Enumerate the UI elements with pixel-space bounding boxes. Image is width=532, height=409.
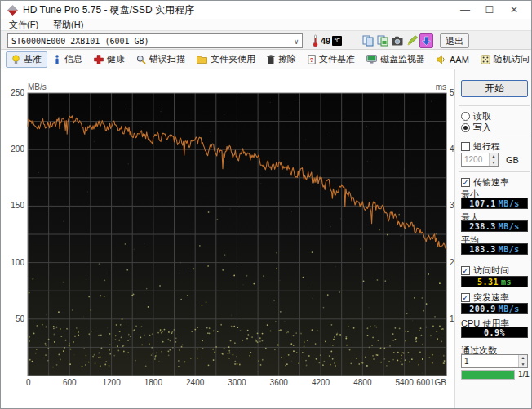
pass-count-stepper[interactable]: 1 ▲▼ xyxy=(461,354,528,368)
benchmark-chart: MB/sms2502001501005050403020100600120018… xyxy=(1,69,454,409)
download-arrow-icon xyxy=(421,36,432,47)
tab-file-benchmark[interactable]: ? 文件基准 xyxy=(302,51,361,68)
health-cross-icon xyxy=(94,55,104,64)
tab-bar: 基准 信息 健康 错误扫描 文件夹使用 擦除 ? 文件基准 磁盘监视器 xyxy=(1,50,531,69)
stepper-up-icon[interactable]: ▲ xyxy=(519,355,527,362)
maximize-button[interactable]: ☐ xyxy=(477,1,502,19)
tab-label: 错误扫描 xyxy=(149,53,185,65)
short-stroke-label: 短行程 xyxy=(473,140,500,153)
read-radio[interactable] xyxy=(461,112,470,121)
file-question-icon: ? xyxy=(308,55,316,64)
stepper-up-icon[interactable]: ▲ xyxy=(490,153,498,160)
info-icon xyxy=(53,55,61,64)
minimize-button[interactable]: — xyxy=(453,1,477,19)
svg-text:6001GB: 6001GB xyxy=(416,378,446,387)
progress-bar xyxy=(461,370,515,380)
divider xyxy=(459,260,530,260)
avg-unit: MB/s xyxy=(499,245,520,254)
pen-icon xyxy=(406,35,418,47)
access-time-value: 5.31 xyxy=(477,278,499,287)
tab-label: 擦除 xyxy=(278,53,296,65)
burst-rate-checkbox[interactable] xyxy=(461,293,470,302)
tab-benchmark[interactable]: 基准 xyxy=(6,51,47,68)
copy-screenshot-button[interactable] xyxy=(361,33,375,48)
pass-count-value: 1 xyxy=(462,355,518,367)
tab-info[interactable]: 信息 xyxy=(47,51,88,68)
min-unit: MB/s xyxy=(499,199,520,208)
progress-label: 1/1 xyxy=(518,370,530,379)
tab-label: 健康 xyxy=(107,53,125,65)
access-time-unit: ms xyxy=(501,278,512,287)
svg-text:MB/s: MB/s xyxy=(28,82,47,91)
burst-rate-label: 突发速率 xyxy=(473,291,509,304)
drive-selector-dropdown[interactable]: ST6000NE000-2XB101 (6001 GB) ∨ xyxy=(7,33,303,48)
tab-label: 信息 xyxy=(64,53,82,65)
burst-rate-unit: MB/s xyxy=(499,305,520,313)
divider xyxy=(459,171,530,172)
short-stroke-capacity-stepper[interactable]: 1200 ▲▼ xyxy=(461,153,499,167)
transfer-rate-option[interactable]: 传输速率 xyxy=(461,176,509,189)
copy-icon xyxy=(362,35,374,47)
svg-text:1800: 1800 xyxy=(144,378,163,387)
progress-fill xyxy=(462,371,514,379)
svg-text:?: ? xyxy=(310,56,314,63)
transfer-rate-label: 传输速率 xyxy=(473,176,509,189)
menu-file[interactable]: 文件(F) xyxy=(9,19,38,31)
min-value-display: 107.1 MB/s xyxy=(461,198,528,209)
access-time-label: 访问时间 xyxy=(473,265,509,277)
access-time-option[interactable]: 访问时间 xyxy=(461,265,509,277)
svg-text:600: 600 xyxy=(63,378,77,387)
svg-text:4800: 4800 xyxy=(353,378,372,387)
stepper-down-icon[interactable]: ▼ xyxy=(519,362,527,368)
svg-text:4200: 4200 xyxy=(312,378,330,387)
start-button[interactable]: 开始 xyxy=(461,80,528,97)
temperature-indicator: 49 ℃ xyxy=(312,33,342,48)
tab-folder-usage[interactable]: 文件夹使用 xyxy=(191,51,261,68)
write-radio[interactable] xyxy=(461,123,470,132)
tab-disk-monitor[interactable]: 磁盘监视器 xyxy=(361,51,431,68)
save-screenshot-button[interactable] xyxy=(375,33,389,48)
hdtune-logo-icon xyxy=(7,5,18,16)
svg-text:200: 200 xyxy=(11,144,24,153)
write-mode-option[interactable]: 写入 xyxy=(461,122,491,134)
divider xyxy=(459,136,530,136)
stepper-arrows[interactable]: ▲▼ xyxy=(518,355,527,367)
short-stroke-option[interactable]: 短行程 xyxy=(461,140,500,153)
tab-health[interactable]: 健康 xyxy=(88,51,131,68)
temperature-value: 49 xyxy=(321,36,330,46)
content-area: MB/sms2502001501005050403020100600120018… xyxy=(1,69,532,409)
svg-text:3000: 3000 xyxy=(228,378,246,387)
save-results-button[interactable] xyxy=(419,33,433,48)
max-value-display: 238.3 MB/s xyxy=(461,220,528,232)
tab-error-scan[interactable]: 错误扫描 xyxy=(131,51,191,68)
short-stroke-unit-label: GB xyxy=(506,155,519,165)
stepper-down-icon[interactable]: ▼ xyxy=(490,160,498,167)
chevron-down-icon: ∨ xyxy=(295,38,299,46)
speaker-icon xyxy=(437,55,446,64)
short-stroke-capacity-value: 1200 xyxy=(462,153,489,166)
transfer-rate-checkbox[interactable] xyxy=(461,178,470,187)
window-title: HD Tune Pro 5.75 - 硬盘/SSD 实用程序 xyxy=(23,3,194,17)
screenshot-button[interactable] xyxy=(390,33,404,48)
svg-text:1200: 1200 xyxy=(102,378,121,387)
stepper-arrows[interactable]: ▲▼ xyxy=(489,153,498,166)
short-stroke-checkbox[interactable] xyxy=(461,142,470,151)
annotate-button[interactable] xyxy=(405,33,419,48)
temperature-unit-badge: ℃ xyxy=(332,36,342,46)
lightbulb-icon xyxy=(11,55,20,64)
exit-button[interactable]: 退出 xyxy=(440,33,469,48)
access-time-display: 5.31 ms xyxy=(461,276,528,287)
close-button[interactable]: ✕ xyxy=(502,1,526,19)
tab-label: AAM xyxy=(450,55,469,64)
read-mode-option[interactable]: 读取 xyxy=(461,110,491,122)
trash-icon xyxy=(267,55,275,64)
tab-aam[interactable]: AAM xyxy=(431,51,475,68)
burst-rate-option[interactable]: 突发速率 xyxy=(461,291,509,304)
access-time-checkbox[interactable] xyxy=(461,266,470,275)
tab-erase[interactable]: 擦除 xyxy=(261,51,302,68)
save-image-icon xyxy=(377,35,388,47)
tab-random-access[interactable]: 随机访问 xyxy=(475,51,532,68)
monitor-icon xyxy=(366,55,377,64)
svg-text:ms: ms xyxy=(436,82,446,91)
menu-help[interactable]: 帮助(H) xyxy=(53,19,83,31)
